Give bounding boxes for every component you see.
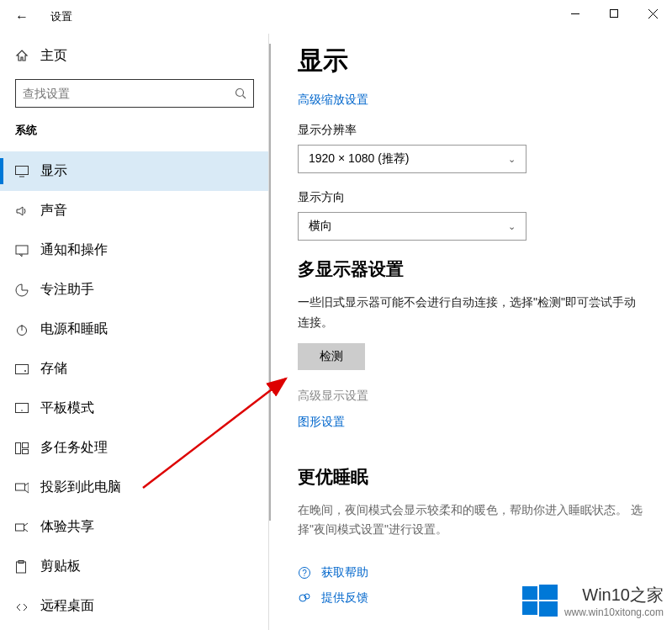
- svg-rect-27: [522, 586, 537, 600]
- search-field[interactable]: [23, 87, 235, 100]
- advanced-scale-link[interactable]: 高级缩放设置: [298, 93, 368, 108]
- focus-icon: [15, 283, 40, 297]
- multi-monitor-desc: 一些旧式显示器可能不会进行自动连接，选择"检测"即可尝试手动连接。: [298, 293, 643, 333]
- search-input[interactable]: [15, 79, 254, 108]
- chevron-down-icon: ⌄: [508, 221, 516, 232]
- back-button[interactable]: ←: [15, 9, 40, 24]
- chevron-down-icon: ⌄: [508, 154, 516, 165]
- resolution-label: 显示分辨率: [298, 123, 643, 138]
- svg-rect-13: [16, 403, 29, 412]
- sidebar-item-label: 电源和睡眠: [40, 320, 108, 338]
- sidebar-item-label: 剪贴板: [40, 558, 81, 575]
- sidebar-item-label: 显示: [40, 162, 67, 180]
- minimize-icon: [571, 13, 579, 14]
- clipboard-icon: [15, 560, 40, 574]
- orientation-value: 横向: [309, 219, 332, 234]
- scrollbar[interactable]: [269, 44, 271, 521]
- share-icon: [15, 521, 40, 533]
- sidebar-item-label: 声音: [40, 202, 67, 220]
- main-content: 显示 高级缩放设置 显示分辨率 1920 × 1080 (推荐) ⌄ 显示方向 …: [269, 34, 672, 630]
- help-label: 获取帮助: [321, 565, 368, 580]
- detect-button[interactable]: 检测: [298, 343, 365, 370]
- sidebar-item-project[interactable]: 投影到此电脑: [0, 468, 269, 507]
- svg-rect-29: [522, 601, 537, 615]
- maximize-icon: [610, 9, 618, 18]
- svg-rect-6: [16, 166, 29, 174]
- page-heading: 显示: [298, 44, 643, 78]
- svg-rect-17: [23, 449, 29, 453]
- resolution-value: 1920 × 1080 (推荐): [309, 151, 409, 167]
- feedback-icon: [298, 591, 321, 605]
- sidebar-item-focus[interactable]: 专注助手: [0, 270, 269, 310]
- resolution-select[interactable]: 1920 × 1080 (推荐) ⌄: [298, 145, 526, 173]
- svg-rect-30: [539, 601, 558, 617]
- sidebar-item-storage[interactable]: 存储: [0, 349, 269, 389]
- windows-logo-icon: [522, 583, 558, 618]
- svg-rect-15: [16, 442, 21, 453]
- svg-point-12: [24, 370, 26, 372]
- sidebar-item-label: 多任务处理: [40, 439, 108, 457]
- multitask-icon: [15, 442, 40, 454]
- watermark: Win10之家 www.win10xitong.com: [522, 583, 664, 618]
- sidebar-item-label: 体验共享: [40, 518, 94, 536]
- advanced-display-link[interactable]: 高级显示设置: [298, 389, 643, 404]
- svg-rect-19: [16, 524, 24, 531]
- category-label: 系统: [15, 123, 254, 138]
- orientation-label: 显示方向: [298, 190, 643, 205]
- sidebar-item-clipboard[interactable]: 剪贴板: [0, 547, 269, 586]
- power-icon: [15, 323, 40, 336]
- graphics-link[interactable]: 图形设置: [298, 415, 345, 430]
- project-icon: [15, 482, 40, 494]
- svg-rect-1: [611, 10, 618, 18]
- storage-icon: [15, 364, 40, 374]
- sidebar-item-label: 平板模式: [40, 400, 94, 417]
- svg-rect-0: [571, 13, 579, 14]
- close-button[interactable]: [633, 0, 672, 27]
- home-link[interactable]: 主页: [15, 40, 254, 71]
- svg-rect-16: [23, 442, 29, 447]
- sidebar-item-share[interactable]: 体验共享: [0, 507, 269, 547]
- svg-rect-8: [16, 246, 28, 254]
- sleep-desc: 在晚间，夜间模式会显示较柔和的暖色，帮助你进入睡眠状态。 选择"夜间模式设置"进…: [298, 500, 643, 541]
- svg-point-4: [236, 89, 244, 97]
- notification-icon: [15, 245, 40, 257]
- sidebar-item-label: 投影到此电脑: [40, 479, 121, 496]
- tablet-icon: [15, 403, 40, 415]
- sidebar-item-label: 通知和操作: [40, 241, 108, 259]
- sidebar-item-label: 专注助手: [40, 281, 94, 299]
- svg-rect-28: [539, 585, 558, 600]
- watermark-url: www.win10xitong.com: [564, 606, 664, 618]
- svg-rect-11: [16, 364, 29, 373]
- feedback-label: 提供反馈: [321, 590, 368, 606]
- svg-rect-18: [16, 484, 25, 490]
- svg-text:?: ?: [302, 569, 307, 578]
- display-icon: [15, 166, 40, 177]
- sidebar-item-label: 远程桌面: [40, 597, 94, 615]
- orientation-select[interactable]: 横向 ⌄: [298, 212, 526, 241]
- minimize-button[interactable]: [556, 0, 595, 27]
- maximize-button[interactable]: [595, 0, 633, 27]
- watermark-title: Win10之家: [564, 584, 664, 606]
- sidebar-item-notifications[interactable]: 通知和操作: [0, 230, 269, 270]
- sidebar-item-sound[interactable]: 声音: [0, 191, 269, 230]
- sound-icon: [15, 205, 40, 217]
- home-label: 主页: [40, 47, 67, 65]
- sidebar: 主页 系统 显示 声音 通知和操作 专注助手: [0, 34, 269, 630]
- home-icon: [15, 49, 40, 62]
- help-link[interactable]: ? 获取帮助: [298, 565, 643, 580]
- sidebar-item-display[interactable]: 显示: [0, 151, 269, 191]
- sidebar-item-power[interactable]: 电源和睡眠: [0, 310, 269, 349]
- sidebar-item-remote[interactable]: 远程桌面: [0, 586, 269, 626]
- close-icon: [648, 9, 658, 19]
- svg-point-14: [21, 410, 23, 411]
- window-title: 设置: [50, 9, 72, 24]
- remote-icon: [15, 601, 40, 612]
- sidebar-item-tablet[interactable]: 平板模式: [0, 389, 269, 428]
- svg-line-5: [243, 96, 246, 99]
- help-icon: ?: [298, 566, 321, 580]
- sidebar-item-label: 存储: [40, 360, 67, 378]
- multi-monitor-heading: 多显示器设置: [298, 257, 643, 281]
- sleep-heading: 更优睡眠: [298, 465, 643, 489]
- search-icon: [235, 87, 246, 99]
- sidebar-item-multitask[interactable]: 多任务处理: [0, 428, 269, 468]
